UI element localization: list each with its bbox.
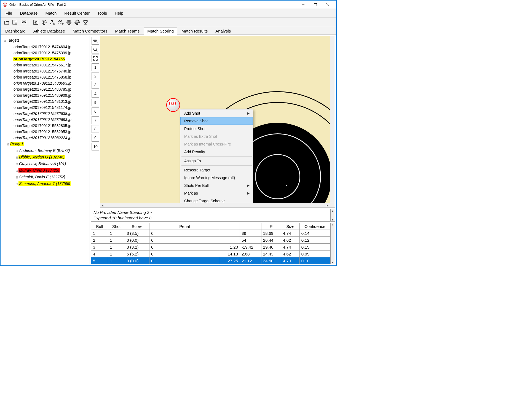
tree-athlete-item[interactable]: Grayshaw, Bethany A (101) [9, 161, 89, 167]
fullscreen-button[interactable] [92, 55, 99, 62]
bull-button-4[interactable]: 4 [92, 90, 99, 98]
tab-match-scoring[interactable]: Match Scoring [144, 27, 177, 35]
tree-target-item[interactable]: orionTarget2017091215532953.jp [3, 129, 89, 135]
tree-target-item[interactable]: orionTarget2017091215475617.jp [3, 62, 89, 68]
menu-match[interactable]: Match [41, 10, 60, 17]
play-icon[interactable] [41, 19, 48, 26]
tree-target-item[interactable]: orionTarget2017091215474604.jp [3, 44, 89, 50]
ctx-change-target-scheme[interactable]: Change Target Scheme [180, 197, 253, 203]
bull-button-9[interactable]: 9 [92, 134, 99, 142]
canvas-vscroll[interactable] [330, 36, 335, 203]
bull-button-5[interactable]: 5 [92, 99, 99, 106]
zoom-out-button[interactable] [92, 46, 99, 53]
tree-athlete-item[interactable]: Schmidt, David E (132752) [9, 174, 89, 181]
tree-athlete-item[interactable]: Murray, Chris J (38425) [9, 167, 89, 174]
shot-score-label: 0.0 [169, 101, 176, 107]
tree-relay[interactable]: Relay 1 [3, 141, 89, 147]
info-vscroll[interactable]: ▴▾ [330, 209, 335, 222]
new-file-icon[interactable] [11, 19, 18, 26]
bull-button-7[interactable]: 7 [92, 116, 99, 124]
tab-analysis[interactable]: Analysis [212, 27, 234, 35]
tab-match-results[interactable]: Match Results [178, 27, 211, 35]
ctx-rescore-target[interactable]: Rescore Target [180, 166, 253, 174]
menu-database[interactable]: Database [16, 10, 41, 17]
tree-target-item[interactable]: orionTarget2017091215480693.jp [3, 80, 89, 86]
tree-athlete-item[interactable]: Dibbie, Jordan G (132746) [9, 154, 89, 161]
shot-col-8[interactable]: Confidence [299, 223, 330, 230]
tree-target-item[interactable]: orionTarget2017091215532693.jp [3, 117, 89, 123]
zoom-in-button[interactable] [92, 37, 99, 45]
ctx-remove-shot[interactable]: Remove Shot [180, 117, 253, 125]
shot-col-6[interactable]: R [261, 223, 281, 230]
tree-athlete-item[interactable]: Anderson, Bethany E (97578) [9, 147, 89, 154]
globe-icon[interactable] [65, 19, 73, 26]
shot-col-1[interactable]: Shot [108, 223, 125, 230]
menu-tools[interactable]: Tools [93, 10, 111, 17]
bull-button-8[interactable]: 8 [92, 125, 99, 133]
tab-match-teams[interactable]: Match Teams [111, 27, 143, 35]
bull-button-2[interactable]: 2 [92, 72, 99, 80]
warning-line2: Expected 10 but instead have 8 [93, 215, 328, 221]
target-icon[interactable] [74, 19, 81, 26]
shot-table[interactable]: BullShotScorePenalRSizeConfidence113 (3.… [91, 223, 330, 264]
bull-button-6[interactable]: 6 [92, 107, 99, 115]
ctx-assign-to[interactable]: Assign To [180, 157, 253, 165]
toolbar [1, 18, 336, 27]
bull-button-10[interactable]: 10 [92, 143, 99, 150]
ctx-add-penalty[interactable]: Add Penalty [180, 148, 253, 156]
shot-col-7[interactable]: Size [281, 223, 300, 230]
bull-button-3[interactable]: 3 [92, 81, 99, 89]
tree-athlete-item[interactable]: Simmons, Amanda T (137559 [9, 181, 89, 187]
trophy-icon[interactable] [82, 19, 89, 26]
database-icon[interactable] [20, 19, 28, 26]
menu-file[interactable]: File [2, 10, 16, 17]
folder-open-icon[interactable] [3, 19, 10, 26]
menu-result-center[interactable]: Result Center [60, 10, 93, 17]
ctx-ignore-warning-message-off-[interactable]: Ignore Warning Message (off) [180, 174, 253, 182]
tree-target-item[interactable]: orionTarget20170912154755 [3, 56, 89, 62]
tab-athlete-database[interactable]: Athlete Database [30, 27, 68, 35]
bull-button-1[interactable]: 1 [92, 63, 99, 71]
target-canvas[interactable]: 0.0 Add Shot▶Remove ShotProtest ShotMark… [100, 36, 330, 203]
ctx-protest-shot[interactable]: Protest Shot [180, 125, 253, 133]
shot-col-2[interactable]: Score [125, 223, 149, 230]
minimize-button[interactable] [297, 1, 309, 9]
tree-panel[interactable]: TargetsorionTarget2017091215474604.jpori… [2, 36, 90, 264]
shot-row[interactable]: 415 (5.2)014.182.6814.434.620.09 [91, 251, 330, 257]
tab-dashboard[interactable]: Dashboard [2, 27, 29, 35]
tree-target-item[interactable]: orionTarget2017091215480909.jp [3, 92, 89, 98]
menu-help[interactable]: Help [111, 10, 127, 17]
shot-col-3[interactable]: Penal [149, 223, 220, 230]
tree-target-item[interactable]: orionTarget2017091215532638.jp [3, 111, 89, 117]
tab-match-competitors[interactable]: Match Competitors [69, 27, 111, 35]
shot-row[interactable]: 313 (3.2)01.20-19.4219.464.740.15 [91, 244, 330, 251]
ctx-mark-as-internal-cross-fire: Mark as Internal Cross-Fire [180, 140, 253, 148]
shot-col-5[interactable] [240, 223, 261, 230]
shot-row[interactable]: 113 (3.5)03918.694.740.14 [91, 230, 330, 237]
shot-row[interactable]: 510 (0.0)027.2521.1234.504.700.10 [91, 257, 330, 264]
ctx-shots-per-bull[interactable]: Shots Per Bull▶ [180, 182, 253, 189]
ctx-add-shot[interactable]: Add Shot▶ [180, 109, 253, 117]
tree-target-item[interactable]: orionTarget2017091215532805.jp [3, 123, 89, 129]
shot-col-4[interactable] [220, 223, 240, 230]
svg-point-14 [36, 22, 36, 23]
tree-root[interactable]: Targets [6, 38, 20, 42]
shot-col-0[interactable]: Bull [91, 223, 108, 230]
tree-target-item[interactable]: orionTarget2017091215475740.jp [3, 68, 89, 74]
add-team-icon[interactable] [57, 19, 64, 26]
maximize-button[interactable] [309, 1, 322, 9]
tree-target-item[interactable]: orionTarget2017091215480785.jp [3, 86, 89, 92]
settings-icon[interactable] [32, 19, 39, 26]
tree-target-item[interactable]: orionTarget2017091215481013.jp [3, 98, 89, 104]
ctx-mark-as[interactable]: Mark as▶ [180, 189, 253, 197]
shot-marker[interactable]: 0.0 [166, 98, 180, 112]
tree-target-item[interactable]: orionTarget2017091215475399.jp [3, 50, 89, 56]
tree-target-item[interactable]: orionTarget2017091215481174.jp [3, 104, 89, 111]
table-vscroll[interactable]: ▴▾ [330, 223, 335, 264]
canvas-hscroll[interactable]: ◂▸ [100, 203, 335, 208]
add-person-icon[interactable] [49, 19, 56, 26]
shot-row[interactable]: 210 (0.0)05426.444.620.12 [91, 237, 330, 244]
tree-target-item[interactable]: orionTarget2017091216082224.jp [3, 135, 89, 141]
close-button[interactable] [322, 1, 334, 9]
tree-target-item[interactable]: orionTarget2017091215475858.jp [3, 74, 89, 80]
